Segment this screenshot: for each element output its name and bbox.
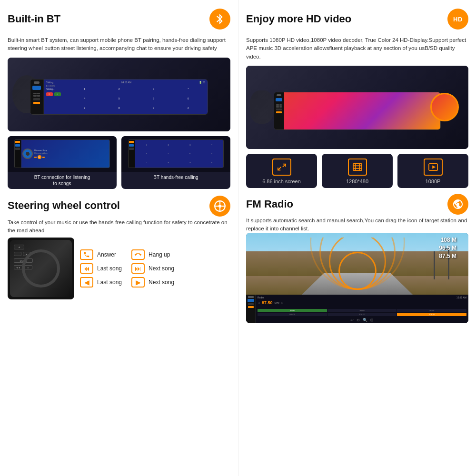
screen-size-label: 6.86 inch screen	[262, 178, 301, 184]
bt-description: Built-in smart BT system, can support mo…	[8, 36, 230, 53]
feature-resolution: 1280*480	[322, 154, 393, 188]
svg-point-1	[218, 204, 222, 208]
next-song-icon: ⏭	[131, 263, 145, 274]
fm-title: FM Radio	[246, 198, 293, 210]
bt-music-card: Unknown Song Unknown Album ⏮ ▶ ⏭ BT conn…	[8, 136, 117, 189]
fm-channel-5: 104.00	[327, 313, 397, 316]
resolution-icon	[348, 159, 367, 176]
feature-1080p: 1080P	[397, 154, 468, 188]
bt-call-label: BT hands-free calling	[151, 172, 200, 183]
fm-channel-6: 108.00	[397, 313, 466, 316]
left-panel: Built-in BT Built-in smart BT system, ca…	[0, 0, 238, 476]
fm-screenshot: 108 M 96.5 M 87.5 M Radio 12:81 AM	[246, 233, 468, 323]
fm-current-freq: 87.50	[262, 300, 273, 305]
answer-icon	[80, 249, 93, 260]
freq-108: 108 M	[441, 237, 456, 243]
next-icon: ▶	[131, 277, 145, 288]
sw-image: ◄ ► MODE ◄◄ ≡	[8, 238, 74, 299]
svg-line-7	[278, 167, 280, 170]
bt-main-screenshot: Talking 04:51 AM 🔋 20 BT 00:05 Talking..…	[8, 58, 230, 131]
fm-channel-1: 87.00	[258, 309, 327, 312]
bt-icon	[209, 9, 230, 30]
prev-song-icon: ⏮	[80, 263, 93, 274]
hd-title: Enjoy more HD video	[246, 13, 351, 25]
freq-96: 96.5 M	[439, 245, 456, 251]
screen-size-icon	[272, 159, 291, 176]
svg-line-6	[282, 164, 285, 167]
sw-description: Take control of your music or use the ha…	[8, 218, 230, 235]
next-song-label: Next song	[149, 265, 174, 272]
feature-screen-size: 6.86 inch screen	[246, 154, 317, 188]
bt-title: Built-in BT	[8, 13, 60, 25]
hangup-icon	[131, 249, 145, 260]
hd-main-screenshot	[246, 66, 468, 149]
answer-label: Answer	[97, 251, 116, 258]
bt-head-unit: Talking 04:51 AM 🔋 20 BT 00:05 Talking..…	[30, 79, 208, 115]
fm-channel-2: 90.00	[327, 309, 397, 312]
bt-screens-row: Unknown Song Unknown Album ⏮ ▶ ⏭ BT conn…	[8, 136, 230, 189]
fm-icon	[447, 194, 468, 215]
hd-badge-icon: HD	[447, 9, 468, 30]
svg-marker-14	[432, 165, 436, 169]
fm-channel-4: 100.00	[258, 313, 327, 316]
sw-icon	[209, 196, 230, 217]
prev-icon: ◀	[80, 277, 93, 288]
bt-music-label: BT connection for listeningto songs	[32, 172, 92, 189]
hd-section-header: Enjoy more HD video HD	[246, 9, 468, 30]
bt-call-card: 123* 4560 789# BT hands-free calling	[121, 136, 230, 189]
next-label: Next song	[149, 279, 174, 286]
freq-87: 87.5 M	[439, 253, 456, 259]
resolution-label: 1280*480	[346, 178, 368, 184]
fm-channel-3: 96.00	[397, 309, 466, 312]
bt-section-header: Built-in BT	[8, 9, 230, 30]
fm-description: It supports automatic search and manual …	[246, 217, 468, 233]
svg-rect-8	[353, 164, 362, 170]
play-icon	[424, 159, 443, 176]
prev-song-label: Last song	[97, 265, 122, 272]
features-row: 6.86 inch screen 1280*480 1	[246, 154, 468, 188]
hangup-label: Hang up	[149, 251, 170, 258]
sw-title: Steering wheel control	[8, 200, 120, 211]
hd-1080p-label: 1080P	[426, 178, 441, 184]
prev-label: Last song	[97, 279, 122, 286]
right-panel: Enjoy more HD video HD Supports 1080P HD…	[238, 0, 476, 476]
sw-controls-list: Answer ⏮ Last song ◀ Last song	[80, 238, 230, 299]
fm-section: FM Radio It supports automatic search an…	[246, 194, 468, 324]
steering-wheel-section: Steering wheel control Take control of y…	[8, 196, 230, 300]
hd-description: Supports 1080P HD video,1080P video deco…	[246, 36, 468, 61]
